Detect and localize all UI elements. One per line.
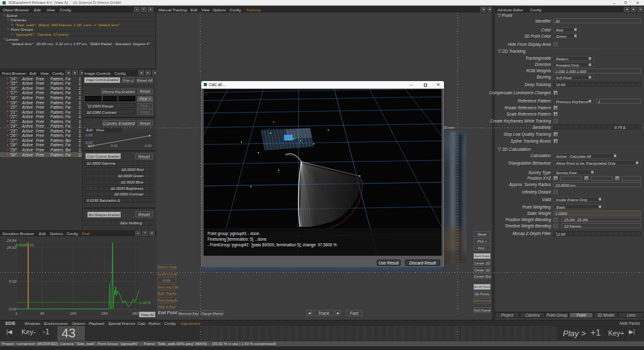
svg-text:29.84: 29.84 [6,239,17,243]
svg-text:0.00: 0.00 [9,307,16,311]
svg-text:8.00: 8.00 [9,280,16,283]
svg-text:0.0000: 0.0000 [16,243,28,247]
svg-text:280: 280 [101,312,108,315]
svg-text:2.3976: 2.3976 [139,301,152,305]
svg-text:180: 180 [70,312,77,315]
svg-text:43: 43 [30,243,34,247]
svg-text:80: 80 [40,312,45,315]
svg-text:1: 1 [15,312,17,315]
svg-text:380: 380 [132,312,139,315]
